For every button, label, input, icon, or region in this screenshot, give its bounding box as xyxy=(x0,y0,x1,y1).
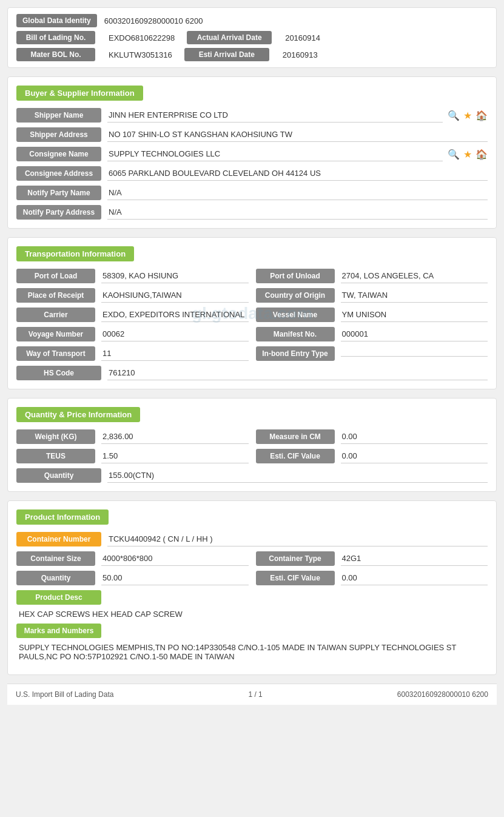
mater-bol-value: KKLUTW3051316 xyxy=(109,50,172,59)
voyage-number-value: 00062 xyxy=(101,327,249,341)
voyage-number-col: Voyage Number 00062 xyxy=(16,327,249,341)
port-of-unload-col: Port of Unload 2704, LOS ANGELES, CA xyxy=(256,269,488,283)
quantity-price-section: Quantity & Price Information Weight (KG)… xyxy=(7,398,497,492)
weight-measure-row: Weight (KG) 2,836.00 Measure in CM 0.00 xyxy=(16,429,488,444)
consignee-name-row: Consignee Name SUPPLY TECHNOLOGIES LLC 🔍… xyxy=(16,147,488,161)
marks-and-numbers-label: Marks and Numbers xyxy=(16,624,101,638)
buyer-supplier-section: Buyer & Supplier Information Shipper Nam… xyxy=(7,76,497,229)
shipper-name-label: Shipper Name xyxy=(16,108,101,123)
marks-numbers-label-row: Marks and Numbers xyxy=(16,624,488,638)
port-of-unload-value: 2704, LOS ANGELES, CA xyxy=(341,269,488,283)
consignee-star-icon[interactable]: ★ xyxy=(463,149,472,160)
product-desc-text: HEX CAP SCREWS HEX HEAD CAP SCREW xyxy=(19,610,485,619)
quantity-value: 155.00(CTN) xyxy=(107,468,488,483)
shipper-name-icons: 🔍 ★ 🏠 xyxy=(448,110,488,121)
notify-party-address-value: N/A xyxy=(107,205,488,220)
product-qty-label: Quantity xyxy=(16,571,95,585)
mater-bol-sub: Mater BOL No. KKLUTW3051316 xyxy=(16,48,172,61)
actual-arrival-date-label: Actual Arrival Date xyxy=(187,31,272,44)
hs-code-row: HS Code 761210 xyxy=(16,366,488,380)
footer: U.S. Import Bill of Lading Data 1 / 1 60… xyxy=(7,684,497,705)
container-number-value: TCKU4400942 ( CN / L / HH ) xyxy=(107,532,488,546)
product-information-section: Product Information Container Number TCK… xyxy=(7,500,497,675)
notify-party-name-value: N/A xyxy=(107,186,488,200)
place-of-receipt-col: Place of Receipt KAOHSIUNG,TAIWAN xyxy=(16,288,249,303)
manifest-no-label: Manifest No. xyxy=(256,327,335,341)
esti-cif-value: 0.00 xyxy=(341,449,488,463)
in-bond-entry-type-value xyxy=(341,351,488,357)
carrier-vessel-row: Carrier EXDO, EXPEDITORS INTERNATIONAL V… xyxy=(16,308,488,322)
place-of-receipt-value: KAOHSIUNG,TAIWAN xyxy=(101,288,249,303)
place-of-receipt-label: Place of Receipt xyxy=(16,288,95,303)
mater-bol-row: Mater BOL No. KKLUTW3051316 Esti Arrival… xyxy=(16,48,488,61)
transportation-section: Transportation Information gl.gtodata.co… xyxy=(7,237,497,389)
top-section: Global Data Identity 600320160928000010 … xyxy=(7,7,497,68)
weight-kg-label: Weight (KG) xyxy=(16,429,95,444)
port-of-load-label: Port of Load xyxy=(16,269,95,283)
shipper-name-value: JINN HER ENTERPRISE CO LTD xyxy=(107,108,443,123)
product-esti-col: Esti. CIF Value 0.00 xyxy=(256,571,488,585)
measure-in-cm-label: Measure in CM xyxy=(256,429,335,444)
esti-arrival-sub: Esti Arrival Date 20160913 xyxy=(184,48,318,61)
shipper-home-icon[interactable]: 🏠 xyxy=(475,110,488,121)
product-information-title: Product Information xyxy=(16,509,109,525)
container-size-type-row: Container Size 4000*806*800 Container Ty… xyxy=(16,551,488,566)
in-bond-entry-type-col: In-bond Entry Type xyxy=(256,346,488,361)
manifest-no-value: 000001 xyxy=(341,327,488,341)
shipper-address-row: Shipper Address NO 107 SHIN-LO ST KANGSH… xyxy=(16,127,488,142)
teus-value: 1.50 xyxy=(101,449,249,463)
container-type-value: 42G1 xyxy=(341,551,488,566)
consignee-address-value: 6065 PARKLAND BOULEVARD CLEVELAND OH 441… xyxy=(107,166,488,181)
bill-of-lading-value: EXDO6810622298 xyxy=(109,33,175,42)
footer-right: 600320160928000010 6200 xyxy=(397,690,488,699)
hs-code-value: 761210 xyxy=(107,366,488,380)
notify-party-name-label: Notify Party Name xyxy=(16,186,101,200)
mater-bol-label: Mater BOL No. xyxy=(16,48,95,61)
consignee-search-icon[interactable]: 🔍 xyxy=(448,149,460,160)
notify-party-address-row: Notify Party Address N/A xyxy=(16,205,488,220)
container-number-row: Container Number TCKU4400942 ( CN / L / … xyxy=(16,532,488,546)
voyage-number-label: Voyage Number xyxy=(16,327,95,341)
carrier-col: Carrier EXDO, EXPEDITORS INTERNATIONAL xyxy=(16,308,249,322)
global-data-identity-label: Global Data Identity xyxy=(16,14,97,27)
consignee-name-icons: 🔍 ★ 🏠 xyxy=(448,149,488,160)
transportation-title: Transportation Information xyxy=(16,246,134,261)
bol-sub: Bill of Lading No. EXDO6810622298 xyxy=(16,31,175,44)
product-qty-col: Quantity 50.00 xyxy=(16,571,249,585)
container-size-col: Container Size 4000*806*800 xyxy=(16,551,249,566)
global-data-identity-value: 600320160928000010 6200 xyxy=(104,16,203,25)
way-of-transport-value: 11 xyxy=(101,346,249,361)
notify-party-address-label: Notify Party Address xyxy=(16,205,101,220)
global-data-identity-row: Global Data Identity 600320160928000010 … xyxy=(16,14,488,27)
weight-kg-value: 2,836.00 xyxy=(101,429,249,444)
shipper-search-icon[interactable]: 🔍 xyxy=(448,110,460,121)
buyer-supplier-title: Buyer & Supplier Information xyxy=(16,86,143,101)
consignee-home-icon[interactable]: 🏠 xyxy=(475,149,488,160)
bol-row: Bill of Lading No. EXDO6810622298 Actual… xyxy=(16,31,488,44)
product-qty-esti-row: Quantity 50.00 Esti. CIF Value 0.00 xyxy=(16,571,488,585)
shipper-address-label: Shipper Address xyxy=(16,127,101,142)
container-type-col: Container Type 42G1 xyxy=(256,551,488,566)
weight-kg-col: Weight (KG) 2,836.00 xyxy=(16,429,249,444)
hs-code-label: HS Code xyxy=(16,366,101,380)
country-of-origin-col: Country of Origin TW, TAIWAN xyxy=(256,288,488,303)
shipper-star-icon[interactable]: ★ xyxy=(463,110,472,121)
port-row: Port of Load 58309, KAO HSIUNG Port of U… xyxy=(16,269,488,283)
country-of-origin-value: TW, TAIWAN xyxy=(341,288,488,303)
product-qty-value: 50.00 xyxy=(101,571,249,585)
container-size-label: Container Size xyxy=(16,551,95,566)
notify-party-name-row: Notify Party Name N/A xyxy=(16,186,488,200)
teus-label: TEUS xyxy=(16,449,95,463)
teus-esti-row: TEUS 1.50 Esti. CIF Value 0.00 xyxy=(16,449,488,463)
consignee-address-row: Consignee Address 6065 PARKLAND BOULEVAR… xyxy=(16,166,488,181)
container-type-label: Container Type xyxy=(256,551,335,566)
way-of-transport-label: Way of Transport xyxy=(16,346,95,361)
esti-cif-label: Esti. CIF Value xyxy=(256,449,335,463)
carrier-label: Carrier xyxy=(16,308,95,322)
esti-arrival-date-value: 20160913 xyxy=(283,50,318,59)
vessel-name-value: YM UNISON xyxy=(341,308,488,322)
product-esti-value: 0.00 xyxy=(341,571,488,585)
footer-center: 1 / 1 xyxy=(248,690,262,699)
shipper-address-value: NO 107 SHIN-LO ST KANGSHAN KAOHSIUNG TW xyxy=(107,127,488,142)
transport-inbond-row: Way of Transport 11 In-bond Entry Type xyxy=(16,346,488,361)
